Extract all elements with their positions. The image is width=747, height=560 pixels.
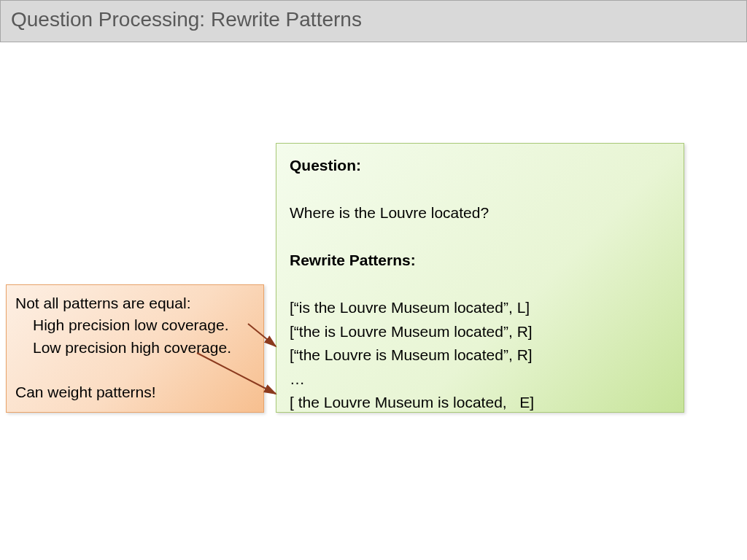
question-label: Question: [290, 154, 670, 178]
pattern-line: [“is the Louvre Museum located”, L] [290, 296, 670, 320]
note-line: Low precision high coverage. [15, 337, 255, 359]
note-line: Can weight patterns! [15, 381, 255, 403]
question-panel: Question: Where is the Louvre located? R… [276, 143, 684, 413]
slide-title-bar: Question Processing: Rewrite Patterns [0, 0, 747, 42]
notes-panel: Not all patterns are equal: High precisi… [6, 284, 264, 413]
pattern-ellipsis: … [290, 368, 670, 392]
note-line: Not all patterns are equal: [15, 292, 255, 314]
question-text: Where is the Louvre located? [290, 201, 670, 225]
pattern-line: [“the Louvre is Museum located”, R] [290, 343, 670, 368]
slide-title: Question Processing: Rewrite Patterns [11, 8, 362, 31]
pattern-line: [“the is Louvre Museum located”, R] [290, 320, 670, 344]
rewrite-patterns-label: Rewrite Patterns: [290, 249, 670, 273]
note-line: High precision low coverage. [15, 314, 255, 336]
pattern-line: [ the Louvre Museum is located, E] [290, 391, 670, 415]
